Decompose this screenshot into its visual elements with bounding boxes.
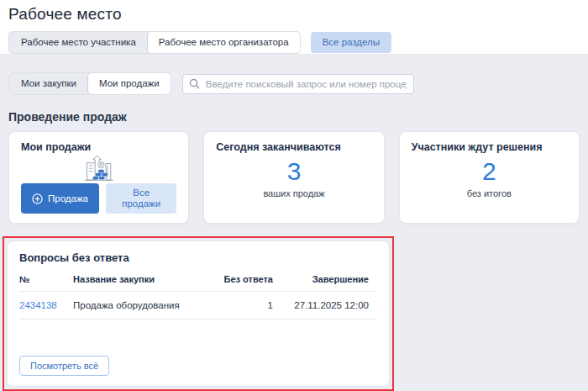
stat-cards-row: Мои продажи xyxy=(8,131,580,224)
all-sections-button[interactable]: Все разделы xyxy=(311,32,391,53)
search-icon xyxy=(189,78,200,89)
column-number: № xyxy=(19,272,73,292)
scope-segmented-control: Мои закупки Мои продажи xyxy=(8,72,171,95)
search-box xyxy=(182,74,414,94)
workspace-tab-bar: Рабочее место участника Рабочее место ор… xyxy=(8,31,580,54)
search-input[interactable] xyxy=(182,74,414,94)
ending-today-count: 3 xyxy=(216,158,371,185)
sales-building-illustration xyxy=(80,155,118,183)
page-title: Рабочее место xyxy=(8,5,580,24)
procurement-name-cell: Продажа оборудования xyxy=(73,292,192,320)
questions-title: Вопросы без ответа xyxy=(19,251,377,264)
stat-block: 3 ваших продаж xyxy=(216,158,371,198)
page-header: Рабочее место Рабочее место участника Ра… xyxy=(0,0,588,55)
ending-today-card: Сегодня заканчиваются 3 ваших продаж xyxy=(203,131,384,224)
tab-my-purchases[interactable]: Мои закупки xyxy=(9,73,88,94)
awaiting-decision-caption: без итогов xyxy=(412,188,567,198)
awaiting-decision-card: Участники ждут решения 2 без итогов xyxy=(399,131,580,224)
tab-participant-workspace[interactable]: Рабочее место участника xyxy=(9,32,148,53)
questions-table: № Название закупки Без ответа Завершение… xyxy=(19,272,377,320)
card-title: Участники ждут решения xyxy=(412,141,567,153)
column-unanswered: Без ответа xyxy=(192,272,273,292)
card-title: Сегодня заканчиваются xyxy=(216,141,371,153)
column-procurement-name: Название закупки xyxy=(73,272,192,292)
main-content: Мои закупки Мои продажи Проведение прода… xyxy=(0,55,588,391)
workspace-page: Рабочее место Рабочее место участника Ра… xyxy=(0,0,588,391)
tab-my-sales[interactable]: Мои продажи xyxy=(87,72,171,95)
red-annotation-box: Вопросы без ответа № Название закупки Бе… xyxy=(3,236,394,391)
workspace-segmented-control: Рабочее место участника Рабочее место ор… xyxy=(8,31,301,54)
questions-card: Вопросы без ответа № Название закупки Бе… xyxy=(7,240,390,387)
card-buttons: Продажа Все продажи xyxy=(21,183,176,214)
all-sales-button[interactable]: Все продажи xyxy=(106,183,176,214)
ending-today-caption: ваших продаж xyxy=(216,188,371,198)
unanswered-count-cell: 1 xyxy=(192,292,273,320)
view-all-button[interactable]: Посмотреть всё xyxy=(19,356,109,376)
column-deadline: Завершение xyxy=(273,272,377,292)
section-title: Проведение продаж xyxy=(8,111,580,123)
awaiting-decision-count: 2 xyxy=(412,158,567,185)
table-header-row: № Название закупки Без ответа Завершение xyxy=(19,272,377,292)
procedure-number-link[interactable]: 2434138 xyxy=(19,300,57,310)
table-row: 2434138 Продажа оборудования 1 27.11.202… xyxy=(19,292,377,320)
new-sale-label: Продажа xyxy=(48,193,88,204)
plus-circle-icon xyxy=(32,193,43,204)
deadline-cell: 27.11.2025 12:00 xyxy=(273,292,377,320)
tab-organizer-workspace[interactable]: Рабочее место организатора xyxy=(147,31,301,54)
new-sale-button[interactable]: Продажа xyxy=(21,183,99,214)
toolbar: Мои закупки Мои продажи xyxy=(8,72,580,95)
card-title: Мои продажи xyxy=(21,141,176,153)
stat-block: 2 без итогов xyxy=(412,158,567,198)
my-sales-card: Мои продажи xyxy=(8,131,189,224)
